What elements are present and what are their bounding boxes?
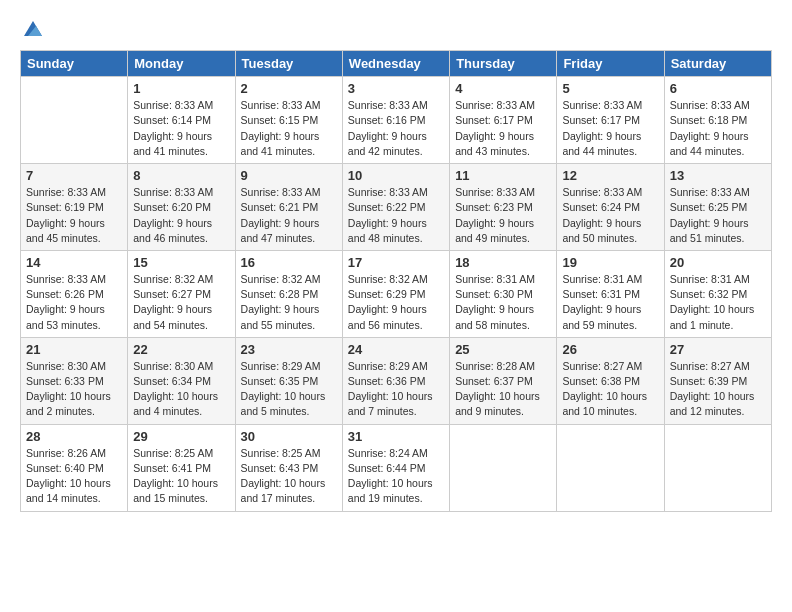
calendar-cell: 3Sunrise: 8:33 AM Sunset: 6:16 PM Daylig… <box>342 77 449 164</box>
day-number: 25 <box>455 342 551 357</box>
calendar-cell: 19Sunrise: 8:31 AM Sunset: 6:31 PM Dayli… <box>557 250 664 337</box>
calendar-cell: 15Sunrise: 8:32 AM Sunset: 6:27 PM Dayli… <box>128 250 235 337</box>
day-info: Sunrise: 8:33 AM Sunset: 6:17 PM Dayligh… <box>455 98 551 159</box>
calendar-cell: 26Sunrise: 8:27 AM Sunset: 6:38 PM Dayli… <box>557 337 664 424</box>
day-info: Sunrise: 8:33 AM Sunset: 6:18 PM Dayligh… <box>670 98 766 159</box>
day-number: 26 <box>562 342 658 357</box>
day-info: Sunrise: 8:28 AM Sunset: 6:37 PM Dayligh… <box>455 359 551 420</box>
day-info: Sunrise: 8:33 AM Sunset: 6:24 PM Dayligh… <box>562 185 658 246</box>
day-number: 8 <box>133 168 229 183</box>
day-info: Sunrise: 8:25 AM Sunset: 6:41 PM Dayligh… <box>133 446 229 507</box>
calendar-cell <box>450 424 557 511</box>
calendar-cell: 9Sunrise: 8:33 AM Sunset: 6:21 PM Daylig… <box>235 164 342 251</box>
day-info: Sunrise: 8:31 AM Sunset: 6:30 PM Dayligh… <box>455 272 551 333</box>
day-info: Sunrise: 8:33 AM Sunset: 6:26 PM Dayligh… <box>26 272 122 333</box>
day-number: 22 <box>133 342 229 357</box>
logo-text <box>20 16 44 40</box>
day-info: Sunrise: 8:32 AM Sunset: 6:29 PM Dayligh… <box>348 272 444 333</box>
header <box>20 16 772 40</box>
weekday-header-tuesday: Tuesday <box>235 51 342 77</box>
day-info: Sunrise: 8:27 AM Sunset: 6:39 PM Dayligh… <box>670 359 766 420</box>
calendar-cell: 20Sunrise: 8:31 AM Sunset: 6:32 PM Dayli… <box>664 250 771 337</box>
day-info: Sunrise: 8:32 AM Sunset: 6:28 PM Dayligh… <box>241 272 337 333</box>
day-info: Sunrise: 8:26 AM Sunset: 6:40 PM Dayligh… <box>26 446 122 507</box>
calendar-cell: 30Sunrise: 8:25 AM Sunset: 6:43 PM Dayli… <box>235 424 342 511</box>
logo-icon <box>22 18 44 40</box>
day-info: Sunrise: 8:31 AM Sunset: 6:32 PM Dayligh… <box>670 272 766 333</box>
day-number: 29 <box>133 429 229 444</box>
calendar-cell: 16Sunrise: 8:32 AM Sunset: 6:28 PM Dayli… <box>235 250 342 337</box>
day-number: 21 <box>26 342 122 357</box>
page-container: SundayMondayTuesdayWednesdayThursdayFrid… <box>0 0 792 522</box>
calendar-cell: 25Sunrise: 8:28 AM Sunset: 6:37 PM Dayli… <box>450 337 557 424</box>
day-number: 2 <box>241 81 337 96</box>
calendar-table: SundayMondayTuesdayWednesdayThursdayFrid… <box>20 50 772 511</box>
calendar-cell: 21Sunrise: 8:30 AM Sunset: 6:33 PM Dayli… <box>21 337 128 424</box>
calendar-cell: 11Sunrise: 8:33 AM Sunset: 6:23 PM Dayli… <box>450 164 557 251</box>
day-number: 20 <box>670 255 766 270</box>
day-number: 23 <box>241 342 337 357</box>
day-info: Sunrise: 8:30 AM Sunset: 6:33 PM Dayligh… <box>26 359 122 420</box>
day-number: 24 <box>348 342 444 357</box>
day-info: Sunrise: 8:33 AM Sunset: 6:23 PM Dayligh… <box>455 185 551 246</box>
day-info: Sunrise: 8:24 AM Sunset: 6:44 PM Dayligh… <box>348 446 444 507</box>
weekday-header-thursday: Thursday <box>450 51 557 77</box>
calendar-cell <box>664 424 771 511</box>
calendar-cell: 14Sunrise: 8:33 AM Sunset: 6:26 PM Dayli… <box>21 250 128 337</box>
day-number: 17 <box>348 255 444 270</box>
day-number: 18 <box>455 255 551 270</box>
day-number: 30 <box>241 429 337 444</box>
day-number: 7 <box>26 168 122 183</box>
weekday-header-friday: Friday <box>557 51 664 77</box>
day-number: 10 <box>348 168 444 183</box>
calendar-cell: 5Sunrise: 8:33 AM Sunset: 6:17 PM Daylig… <box>557 77 664 164</box>
day-number: 5 <box>562 81 658 96</box>
day-info: Sunrise: 8:33 AM Sunset: 6:19 PM Dayligh… <box>26 185 122 246</box>
day-info: Sunrise: 8:25 AM Sunset: 6:43 PM Dayligh… <box>241 446 337 507</box>
day-info: Sunrise: 8:30 AM Sunset: 6:34 PM Dayligh… <box>133 359 229 420</box>
day-number: 1 <box>133 81 229 96</box>
day-number: 16 <box>241 255 337 270</box>
day-number: 13 <box>670 168 766 183</box>
calendar-cell: 8Sunrise: 8:33 AM Sunset: 6:20 PM Daylig… <box>128 164 235 251</box>
day-number: 4 <box>455 81 551 96</box>
day-info: Sunrise: 8:33 AM Sunset: 6:15 PM Dayligh… <box>241 98 337 159</box>
day-number: 9 <box>241 168 337 183</box>
calendar-cell: 10Sunrise: 8:33 AM Sunset: 6:22 PM Dayli… <box>342 164 449 251</box>
weekday-header-sunday: Sunday <box>21 51 128 77</box>
day-number: 3 <box>348 81 444 96</box>
calendar-cell: 23Sunrise: 8:29 AM Sunset: 6:35 PM Dayli… <box>235 337 342 424</box>
calendar-cell: 29Sunrise: 8:25 AM Sunset: 6:41 PM Dayli… <box>128 424 235 511</box>
calendar-cell: 24Sunrise: 8:29 AM Sunset: 6:36 PM Dayli… <box>342 337 449 424</box>
day-info: Sunrise: 8:32 AM Sunset: 6:27 PM Dayligh… <box>133 272 229 333</box>
day-info: Sunrise: 8:33 AM Sunset: 6:21 PM Dayligh… <box>241 185 337 246</box>
calendar-cell: 7Sunrise: 8:33 AM Sunset: 6:19 PM Daylig… <box>21 164 128 251</box>
calendar-cell: 1Sunrise: 8:33 AM Sunset: 6:14 PM Daylig… <box>128 77 235 164</box>
calendar-cell: 12Sunrise: 8:33 AM Sunset: 6:24 PM Dayli… <box>557 164 664 251</box>
day-info: Sunrise: 8:33 AM Sunset: 6:25 PM Dayligh… <box>670 185 766 246</box>
day-number: 11 <box>455 168 551 183</box>
day-info: Sunrise: 8:33 AM Sunset: 6:17 PM Dayligh… <box>562 98 658 159</box>
day-info: Sunrise: 8:31 AM Sunset: 6:31 PM Dayligh… <box>562 272 658 333</box>
weekday-header-wednesday: Wednesday <box>342 51 449 77</box>
calendar-cell: 22Sunrise: 8:30 AM Sunset: 6:34 PM Dayli… <box>128 337 235 424</box>
calendar-cell: 2Sunrise: 8:33 AM Sunset: 6:15 PM Daylig… <box>235 77 342 164</box>
day-info: Sunrise: 8:33 AM Sunset: 6:14 PM Dayligh… <box>133 98 229 159</box>
day-number: 19 <box>562 255 658 270</box>
day-number: 15 <box>133 255 229 270</box>
day-number: 31 <box>348 429 444 444</box>
day-info: Sunrise: 8:29 AM Sunset: 6:36 PM Dayligh… <box>348 359 444 420</box>
weekday-header-saturday: Saturday <box>664 51 771 77</box>
day-number: 28 <box>26 429 122 444</box>
day-number: 27 <box>670 342 766 357</box>
calendar-cell: 17Sunrise: 8:32 AM Sunset: 6:29 PM Dayli… <box>342 250 449 337</box>
day-number: 6 <box>670 81 766 96</box>
day-info: Sunrise: 8:33 AM Sunset: 6:20 PM Dayligh… <box>133 185 229 246</box>
logo <box>20 16 44 40</box>
calendar-cell: 13Sunrise: 8:33 AM Sunset: 6:25 PM Dayli… <box>664 164 771 251</box>
calendar-cell: 18Sunrise: 8:31 AM Sunset: 6:30 PM Dayli… <box>450 250 557 337</box>
day-info: Sunrise: 8:33 AM Sunset: 6:16 PM Dayligh… <box>348 98 444 159</box>
day-number: 14 <box>26 255 122 270</box>
weekday-header-monday: Monday <box>128 51 235 77</box>
day-info: Sunrise: 8:27 AM Sunset: 6:38 PM Dayligh… <box>562 359 658 420</box>
